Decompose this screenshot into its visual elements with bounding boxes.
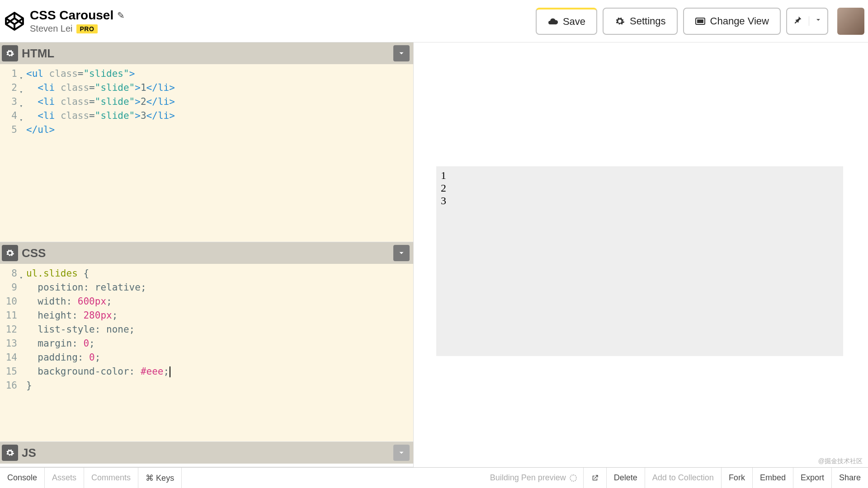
css-panel: CSS 8▾ul.slides {9 position: relative;10… [0,242,413,442]
header-bar: CSS Carousel ✎ Steven Lei PRO Save Setti… [0,0,868,42]
code-line[interactable]: 1▾<ul class="slides"> [0,67,413,81]
gear-icon [5,249,14,258]
gear-icon [614,16,625,27]
watermark: @掘金技术社区 [818,457,863,465]
code-line[interactable]: 8▾ul.slides { [0,267,413,281]
keys-tab[interactable]: ⌘ Keys [138,468,182,488]
css-panel-collapse[interactable] [393,245,410,261]
header-actions: Save Settings Change View [536,8,864,35]
edit-title-icon[interactable]: ✎ [117,10,125,21]
codepen-logo-icon [5,11,24,31]
code-line[interactable]: 14 padding: 0; [0,351,413,365]
build-status-text: Building Pen preview [490,473,566,483]
code-line[interactable]: 13 margin: 0; [0,337,413,351]
js-panel-settings[interactable] [2,445,18,461]
gear-icon [5,448,14,457]
settings-label: Settings [630,15,666,27]
css-panel-header: CSS [0,242,413,264]
js-panel-collapse[interactable] [393,445,410,461]
change-view-button[interactable]: Change View [683,8,781,35]
share-button[interactable]: Share [831,468,868,488]
save-button[interactable]: Save [536,8,597,35]
build-status: Building Pen preview [484,468,583,488]
html-editor[interactable]: 1▾<ul class="slides">2▾ <li class="slide… [0,64,413,242]
css-editor[interactable]: 8▾ul.slides {9 position: relative;10 wid… [0,264,413,441]
author-name[interactable]: Steven Lei [30,23,73,34]
html-panel-title: HTML [22,47,54,61]
change-view-label: Change View [710,15,769,27]
footer-bar: Console Assets Comments ⌘ Keys Building … [0,467,868,488]
html-panel-settings[interactable] [2,45,18,61]
css-panel-settings[interactable] [2,245,18,261]
code-line[interactable]: 15 background-color: #eee; [0,365,413,379]
editors-column: HTML 1▾<ul class="slides">2▾ <li class="… [0,42,414,467]
spinner-icon [570,474,577,482]
preview-pane: 123 [414,42,868,467]
js-panel: JS [0,442,413,467]
external-link-icon [591,474,599,482]
html-panel-header: HTML [0,42,413,64]
cloud-icon [547,16,558,27]
open-new-window[interactable] [583,468,606,488]
pro-badge: PRO [76,24,98,33]
embed-button[interactable]: Embed [752,468,793,488]
preview-output: 123 [436,166,843,356]
fork-button[interactable]: Fork [721,468,752,488]
pin-button-group [786,8,828,35]
code-line[interactable]: 4▾ <li class="slide">3</li> [0,109,413,123]
chevron-down-icon [397,249,406,257]
js-panel-title: JS [22,446,36,460]
preview-slide-item: 3 [441,194,839,207]
assets-tab[interactable]: Assets [45,468,84,488]
html-panel: HTML 1▾<ul class="slides">2▾ <li class="… [0,42,413,242]
pin-icon [793,15,802,24]
js-panel-header: JS [0,442,413,464]
code-line[interactable]: 16} [0,379,413,393]
gear-icon [5,49,14,58]
preview-slide-item: 1 [441,169,839,182]
title-block: CSS Carousel ✎ Steven Lei PRO [30,8,125,34]
chevron-down-icon [815,16,822,23]
main-area: HTML 1▾<ul class="slides">2▾ <li class="… [0,42,868,467]
console-tab[interactable]: Console [0,468,45,488]
pen-title[interactable]: CSS Carousel [30,8,113,23]
preview-slide-item: 2 [441,182,839,194]
pin-button[interactable] [787,15,809,27]
code-line[interactable]: 12 list-style: none; [0,323,413,337]
add-collection-button[interactable]: Add to Collection [645,468,721,488]
code-line[interactable]: 10 width: 600px; [0,295,413,309]
settings-button[interactable]: Settings [603,8,678,35]
code-line[interactable]: 5</ul> [0,123,413,137]
chevron-down-icon [397,449,406,457]
html-panel-collapse[interactable] [393,45,410,61]
code-line[interactable]: 3▾ <li class="slide">2</li> [0,95,413,109]
pin-dropdown[interactable] [809,16,827,26]
css-panel-title: CSS [22,246,46,260]
codepen-logo[interactable] [4,10,25,32]
save-label: Save [563,16,585,28]
svg-rect-1 [697,19,703,23]
code-line[interactable]: 9 position: relative; [0,281,413,295]
view-icon [695,16,706,27]
code-line[interactable]: 2▾ <li class="slide">1</li> [0,81,413,95]
comments-tab[interactable]: Comments [84,468,138,488]
delete-button[interactable]: Delete [606,468,645,488]
user-avatar[interactable] [837,8,864,35]
chevron-down-icon [397,49,406,57]
export-button[interactable]: Export [793,468,831,488]
code-line[interactable]: 11 height: 280px; [0,309,413,323]
